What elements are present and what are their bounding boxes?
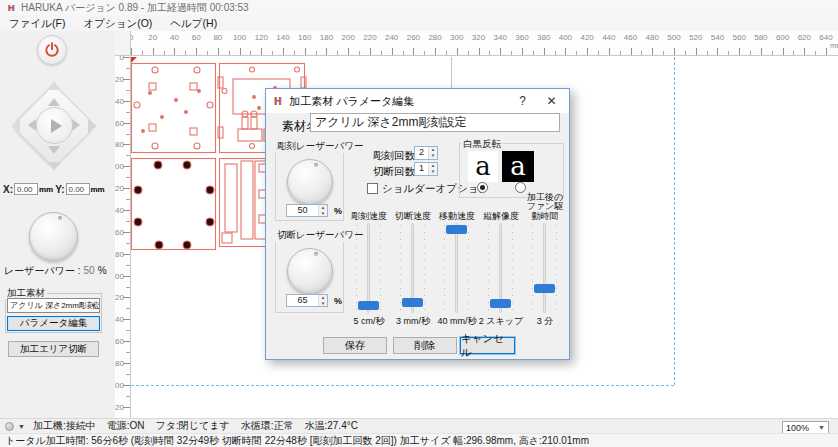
slider-2: 移動速度40 mm/秒 (435, 197, 479, 331)
jog-left-arrow-icon[interactable] (28, 119, 36, 131)
invert-sample-inverted: a (502, 151, 534, 182)
menu-help[interactable]: ヘルプ(H) (161, 15, 226, 31)
slider-thumb[interactable] (534, 284, 555, 293)
laser-power-knob[interactable] (29, 212, 78, 261)
y-position-field[interactable]: 0.00 (66, 183, 90, 195)
knob-indicator (314, 252, 318, 256)
slider-control[interactable] (347, 223, 391, 313)
parameter-edit-button[interactable]: パラメータ編集 (7, 316, 100, 331)
slider-1: 切断速度3 mm/秒 (391, 197, 435, 331)
engrave-count-label: 彫刻回数 (373, 149, 415, 163)
jog-right-arrow-icon[interactable] (72, 119, 80, 131)
slider-control[interactable] (391, 223, 435, 313)
material-select[interactable]: アクリル 深さ2mm彫刻設定 ▼ (7, 298, 100, 313)
chevron-down-icon: ▼ (90, 302, 97, 309)
invert-label: 白黒反転 (461, 138, 503, 151)
zoom-value: 100% (786, 423, 809, 433)
slider-track (543, 223, 546, 313)
delete-button[interactable]: 削除 (393, 337, 457, 354)
work-area-right-border (674, 57, 675, 385)
engrave-power-knob[interactable] (287, 159, 333, 205)
titlebar: H HARUKA バージョン 0.89 - 加工経過時間 00:03:53 (0, 0, 838, 15)
slider-thumb[interactable] (358, 301, 379, 310)
material-name-input[interactable]: アクリル 深さ2mm彫刻設定 (310, 113, 560, 132)
cancel-button[interactable]: キャンセル (460, 337, 515, 354)
spinner-arrows-icon[interactable]: ▲▼ (318, 295, 327, 306)
invert-radio-inverted[interactable] (515, 182, 526, 193)
jog-up-arrow-icon[interactable] (48, 98, 60, 106)
y-unit: mm (91, 185, 105, 194)
y-label: Y: (55, 184, 64, 195)
slider-thumb[interactable] (490, 299, 511, 308)
cut-count-label: 切断回数 (373, 165, 415, 179)
chevron-down-icon: ▼ (818, 424, 825, 431)
slider-label: 縦解像度 (483, 197, 519, 223)
menu-file[interactable]: ファイル(F) (0, 15, 74, 31)
horizontal-ruler: 0204060801001201401601802002202402602803… (131, 31, 838, 56)
start-button[interactable] (36, 107, 73, 144)
slider-value: 5 cm/秒 (353, 313, 384, 329)
slider-value: 40 mm/秒 (437, 313, 476, 329)
invert-radio-normal[interactable] (477, 182, 488, 193)
x-label: X: (3, 184, 13, 195)
status-dropdown-caret-icon[interactable]: ▼ (18, 423, 25, 430)
slider-label: 加工後の ファン駆動時間 (523, 197, 567, 223)
material-select-value: アクリル 深さ2mm彫刻設定 (10, 300, 100, 311)
application-window: H HARUKA バージョン 0.89 - 加工経過時間 00:03:53 ファ… (0, 0, 838, 447)
vertical-ruler: 0204060801001201401601802002202402602803… (115, 56, 131, 418)
cut-power-spinner[interactable]: 65 ▲▼ (286, 294, 328, 307)
menu-options[interactable]: オプション(O) (74, 15, 161, 31)
engrave-count-value: 2 (415, 147, 428, 159)
slider-ticks (488, 225, 489, 311)
slider-control[interactable] (479, 223, 523, 313)
shoulder-checkbox[interactable] (367, 183, 378, 194)
slider-ticks (356, 225, 357, 311)
slider-control[interactable] (435, 223, 479, 313)
jog-down-arrow-icon[interactable] (48, 146, 60, 154)
invert-groupbox: 白黒反転 a a (459, 143, 564, 198)
jog-tip-up-icon (47, 81, 61, 90)
spinner-arrows-icon[interactable]: ▲▼ (428, 163, 437, 175)
power-button[interactable] (37, 35, 67, 65)
slider-thumb[interactable] (402, 298, 423, 307)
slider-label: 彫刻速度 (351, 197, 387, 223)
jog-pad[interactable] (11, 81, 97, 171)
job-summary-text: トータル加工時間: 56分6秒 (彫刻時間 32分49秒 切断時間 22分48秒… (5, 434, 589, 447)
cut-power-unit: % (334, 296, 342, 306)
ruler-corner (115, 31, 131, 56)
slider-thumb[interactable] (446, 225, 467, 234)
coordinate-readout: X: 0.00 mm Y: 0.00 mm (3, 182, 113, 196)
save-button[interactable]: 保存 (323, 337, 387, 354)
power-icon (43, 41, 61, 59)
slider-value: 3 mm/秒 (396, 313, 430, 329)
dialog-titlebar[interactable]: H 加工素材 パラメータ編集 ? ✕ (266, 89, 569, 113)
slider-ticks (468, 225, 469, 311)
cut-count-value: 1 (415, 163, 428, 175)
play-icon (51, 119, 62, 133)
x-position-field[interactable]: 0.00 (14, 183, 38, 195)
status-water-temp: 水温:27.4°C (304, 419, 357, 433)
menubar: ファイル(F) オプション(O) ヘルプ(H) (0, 15, 838, 31)
slider-control[interactable] (523, 223, 567, 313)
slider-label: 切断速度 (395, 197, 431, 223)
spinner-arrows-icon[interactable]: ▲▼ (318, 205, 327, 216)
cut-count-spinner[interactable]: 1 ▲▼ (414, 162, 438, 176)
machine-statusbar: ▼ 加工機:接続中 電源:ON フタ:閉じてます 水循環:正常 水温:27.4°… (0, 418, 838, 433)
status-power: 電源:ON (107, 419, 145, 433)
window-title: HARUKA バージョン 0.89 - 加工経過時間 00:03:53 (21, 1, 249, 15)
knob-indicator (58, 216, 62, 220)
dialog-help-button[interactable]: ? (509, 90, 536, 112)
work-area-cut-button[interactable]: 加工エリア切断 (8, 341, 99, 357)
slider-track (367, 223, 370, 313)
engrave-power-unit: % (334, 206, 342, 216)
dialog-close-button[interactable]: ✕ (538, 90, 565, 112)
app-icon: H (5, 3, 17, 13)
slider-ticks (380, 225, 381, 311)
parameter-dialog: H 加工素材 パラメータ編集 ? ✕ 素材名 アクリル 深さ2mm彫刻設定 彫刻… (265, 88, 570, 360)
engrave-count-spinner[interactable]: 2 ▲▼ (414, 146, 438, 160)
cut-power-knob[interactable] (287, 248, 333, 294)
spinner-arrows-icon[interactable]: ▲▼ (428, 147, 437, 159)
slider-group: 彫刻速度5 cm/秒切断速度3 mm/秒移動速度40 mm/秒縦解像度2 スキッ… (347, 197, 567, 331)
slider-ticks (444, 225, 445, 311)
engrave-power-spinner[interactable]: 50 ▲▼ (286, 204, 328, 217)
